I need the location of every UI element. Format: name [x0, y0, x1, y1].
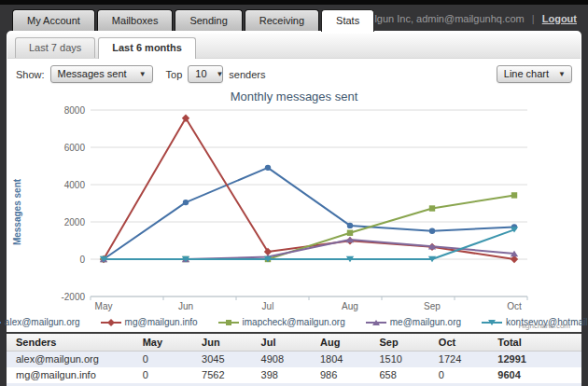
- column-header-jun: Jun: [198, 333, 257, 352]
- column-header-aug: Aug: [316, 333, 375, 352]
- main-tab-receiving[interactable]: Receiving: [245, 9, 319, 31]
- x-tick-label: Aug: [342, 301, 358, 311]
- value-cell: 986: [316, 367, 375, 383]
- value-cell: 1510: [375, 352, 434, 368]
- y-tick-label: 4000: [64, 180, 86, 190]
- content-panel: Last 7 daysLast 6 months Show: Messages …: [7, 31, 581, 386]
- senders-table: SendersMayJunJulAugSepOctTotal alex@mail…: [7, 332, 581, 386]
- x-tick-label: May: [95, 301, 113, 311]
- main-tab-mailboxes[interactable]: Mailboxes: [97, 9, 174, 31]
- main-header: My AccountMailboxesSendingReceivingStats…: [0, 5, 588, 31]
- highcharts-credits[interactable]: Highcharts.com: [518, 322, 570, 330]
- chevron-down-icon: ▼: [139, 70, 147, 78]
- main-tab-sending[interactable]: Sending: [175, 9, 242, 31]
- chart-controls: Show: Messages sent ▼ Top 10 ▼ senders L…: [7, 59, 581, 88]
- value-cell: 0: [435, 367, 494, 383]
- y-tick-label: 8000: [64, 106, 86, 116]
- period-tab-bar: Last 7 daysLast 6 months: [7, 34, 581, 59]
- chart-type-select[interactable]: Line chart ▼: [497, 65, 572, 83]
- circle-series-icon: [0, 318, 1, 327]
- legend-label: mg@mailgun.info: [125, 317, 198, 327]
- table-row: alex@mailgun.org030454908180415101724129…: [7, 352, 581, 368]
- chevron-down-icon: ▼: [217, 70, 224, 78]
- series-kontsevoy@hotmail.com[interactable]: [100, 227, 518, 262]
- x-tick-label: Jul: [262, 301, 274, 311]
- main-tab-stats[interactable]: Stats: [321, 9, 374, 32]
- total-cell: 9604: [494, 367, 581, 383]
- total-cell: 12991: [494, 352, 581, 368]
- chart-container: Monthly messages sent Messages sent 8000…: [7, 88, 581, 329]
- table-row: mg@mailgun.info0756239898665809604: [7, 367, 581, 383]
- legend-item-alex@mailgun.org[interactable]: alex@mailgun.org: [0, 317, 80, 327]
- top-select-value: 10: [195, 68, 206, 79]
- series-mg@mailgun.info[interactable]: [100, 115, 518, 264]
- chart-legend: alex@mailgun.orgmg@mailgun.infoimapcheck…: [8, 315, 580, 329]
- legend-item-mg@mailgun.info[interactable]: mg@mailgun.info: [101, 317, 198, 327]
- value-cell: 1804: [316, 352, 375, 368]
- column-header-jul: Jul: [258, 333, 316, 352]
- value-cell: 7562: [198, 367, 257, 383]
- column-header-may: May: [139, 333, 198, 352]
- y-tick-label: 6000: [64, 143, 86, 153]
- show-select[interactable]: Messages sent ▼: [50, 65, 153, 83]
- column-header-senders: Senders: [7, 333, 139, 352]
- y-tick-label: -2000: [61, 292, 85, 302]
- account-text: Mailgun Inc, admin@mailgunhq.com: [358, 13, 525, 24]
- period-tab-last-6-months[interactable]: Last 6 months: [98, 37, 196, 59]
- logout-link[interactable]: Logout: [542, 13, 577, 24]
- column-header-total: Total: [494, 333, 581, 352]
- triangle-series-icon: [366, 318, 386, 327]
- diamond-series-icon: [101, 318, 121, 327]
- chevron-down-icon: ▼: [558, 70, 566, 78]
- show-label: Show:: [16, 69, 45, 80]
- x-tick-label: Jun: [178, 301, 193, 311]
- legend-item-me@mailgun.org[interactable]: me@mailgun.org: [366, 317, 461, 327]
- sender-cell: alex@mailgun.org: [7, 352, 139, 368]
- value-cell: 0: [139, 352, 198, 368]
- legend-label: me@mailgun.org: [390, 317, 461, 327]
- value-cell: 3045: [198, 352, 257, 368]
- value-cell: 1724: [435, 352, 494, 368]
- value-cell: 0: [139, 367, 198, 383]
- y-tick-label: 2000: [64, 217, 86, 227]
- period-tab-last-7-days[interactable]: Last 7 days: [15, 37, 95, 58]
- legend-label: alex@mailgun.org: [5, 317, 80, 327]
- sender-cell: mg@mailgun.info: [7, 367, 139, 383]
- separator: |: [532, 13, 535, 24]
- legend-item-imapcheck@mailgun.org[interactable]: imapcheck@mailgun.org: [218, 317, 345, 327]
- x-tick-label: Sep: [424, 301, 441, 311]
- triangle-down-series-icon: [482, 318, 502, 327]
- senders-label: senders: [229, 69, 265, 80]
- table-header-row: SendersMayJunJulAugSepOctTotal: [7, 333, 581, 352]
- account-info: Mailgun Inc, admin@mailgunhq.com | Logou…: [358, 13, 577, 24]
- value-cell: 4908: [258, 352, 316, 368]
- show-select-value: Messages sent: [58, 68, 127, 79]
- top-select[interactable]: 10 ▼: [188, 65, 223, 83]
- column-header-oct: Oct: [435, 333, 494, 352]
- line-chart: 80006000400020000-2000MayJunJulAugSepOct: [8, 106, 580, 315]
- column-header-sep: Sep: [375, 333, 434, 352]
- square-series-icon: [218, 318, 239, 327]
- y-tick-label: 0: [79, 255, 85, 265]
- y-axis-title: Messages sent: [12, 143, 22, 283]
- main-tab-my-account[interactable]: My Account: [12, 9, 95, 31]
- chart-type-value: Line chart: [504, 68, 549, 79]
- x-tick-label: Oct: [507, 301, 522, 311]
- legend-label: imapcheck@mailgun.org: [243, 317, 345, 327]
- value-cell: 398: [258, 367, 316, 383]
- value-cell: 658: [375, 367, 434, 383]
- top-label: Top: [166, 69, 183, 80]
- chart-title: Monthly messages sent: [8, 88, 580, 106]
